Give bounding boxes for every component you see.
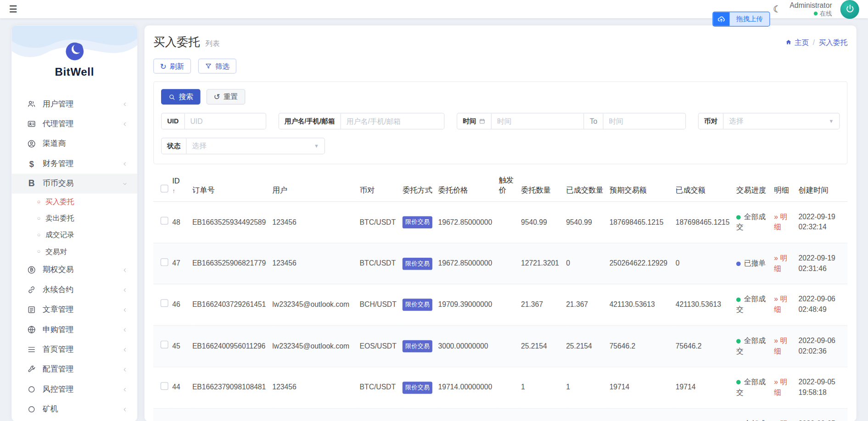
cell-qty: 25.2154 — [521, 326, 566, 367]
sidebar-subitem-trading-pairs[interactable]: ○交易对 — [11, 244, 137, 260]
sidebar-item-finance[interactable]: $财务管理 — [11, 154, 137, 173]
cell-trigger-price — [499, 202, 521, 243]
cell-order-no: EB1662400956011296 — [192, 326, 272, 367]
page-title: 买入委托 — [153, 34, 200, 50]
cell-progress: 全部成交 — [736, 202, 774, 243]
cell-user: 123456 — [272, 408, 359, 421]
detail-link[interactable]: » 明细 — [774, 419, 787, 421]
dark-mode-icon[interactable]: ☾ — [773, 5, 781, 14]
row-checkbox[interactable] — [161, 341, 168, 349]
sidebar-subitem-label: 买入委托 — [45, 197, 74, 207]
sidebar-item-homepage[interactable]: 首页管理 — [11, 339, 137, 359]
cell-id: 46 — [172, 284, 192, 326]
status-select-placeholder: 选择 — [192, 141, 206, 151]
sidebar-item-channels[interactable]: 渠道商 — [11, 134, 137, 154]
sidebar-item-label: 矿机 — [43, 404, 122, 415]
user-status: 在线 — [820, 10, 832, 17]
breadcrumb-current[interactable]: 买入委托 — [819, 37, 848, 47]
row-checkbox[interactable] — [161, 217, 168, 225]
sidebar-item-risk-control[interactable]: 风控管理 — [11, 379, 137, 399]
cell-expected-amount: 75646.2 — [610, 326, 676, 367]
sidebar-item-agents[interactable]: 代理管理 — [11, 114, 137, 133]
sidebar-item-options-trading[interactable]: 期权交易 — [11, 260, 137, 280]
time-start-input[interactable] — [492, 113, 584, 129]
sidebar-subitem-trade-records[interactable]: ○成交记录 — [11, 227, 137, 243]
trade-status-label: 全部成交 — [736, 336, 766, 355]
cell-filled-amount: 421130.53613 — [676, 284, 736, 326]
uid-filter-group: UID — [161, 113, 266, 129]
sidebar-item-articles[interactable]: 文章管理 — [11, 300, 137, 320]
sidebar-item-label: 申购管理 — [43, 325, 122, 335]
sidebar-item-label: 代理管理 — [43, 119, 122, 129]
time-end-input[interactable] — [604, 113, 685, 129]
bitcoin-icon — [27, 265, 37, 275]
table-body: 48EB1663525934492589123456BTC/USDT限价交易19… — [153, 202, 847, 421]
cell-filled-qty: 1 — [566, 367, 610, 408]
avatar[interactable] — [840, 0, 859, 18]
cell-id: 48 — [172, 202, 192, 243]
power-icon — [845, 4, 855, 14]
sidebar-item-label: 风控管理 — [43, 384, 122, 394]
funnel-icon — [205, 62, 212, 70]
brand-name: BitWell — [11, 66, 137, 79]
refresh-button[interactable]: ↻ 刷新 — [153, 59, 191, 74]
cell-order-no: EB1662379098108481 — [192, 367, 272, 408]
cell-pair: BCH/USDT — [360, 284, 403, 326]
table-row: 44EB1662379098108481123456BTC/USDT限价交易19… — [153, 367, 847, 408]
table-head-row: ID↑订单号用户币对委托方式委托价格触发价委托数量已成交数量预期交易额已成交额交… — [153, 173, 847, 201]
cell-trigger-price — [499, 408, 521, 421]
cell-id: 44 — [172, 367, 192, 408]
cell-filled-amount: 19714 — [676, 367, 736, 408]
toolbar: ↻ 刷新 筛选 — [153, 59, 847, 74]
breadcrumb-separator: / — [813, 38, 815, 46]
sidebar-item-config[interactable]: 配置管理 — [11, 360, 137, 379]
table-head: ID↑订单号用户币对委托方式委托价格触发价委托数量已成交数量预期交易额已成交额交… — [153, 173, 847, 201]
row-checkbox[interactable] — [161, 299, 168, 307]
table-row: 43EB1662379078885781123456BTC/USDT限价交易19… — [153, 408, 847, 421]
row-checkbox[interactable] — [161, 258, 168, 266]
detail-link[interactable]: » 明细 — [774, 254, 787, 272]
menu-toggle-icon[interactable]: ☰ — [9, 5, 17, 14]
sidebar-item-label: 币币交易 — [43, 179, 122, 189]
sidebar-item-miners[interactable]: 矿机 — [11, 399, 137, 419]
cell-user: 123456 — [272, 243, 359, 284]
user-filter-input[interactable] — [341, 113, 444, 129]
sidebar-item-users[interactable]: 用户管理 — [11, 94, 137, 114]
cell-progress: 已撤单 — [736, 243, 774, 284]
sidebar-item-perpetual-contracts[interactable]: 永续合约 — [11, 280, 137, 299]
circle-icon: ○ — [37, 249, 40, 255]
detail-link[interactable]: » 明细 — [774, 378, 787, 397]
detail-link[interactable]: » 明细 — [774, 295, 787, 314]
uid-input[interactable] — [185, 113, 265, 129]
circle-icon: ○ — [37, 233, 40, 238]
sort-asc-icon: ↑ — [172, 187, 187, 194]
sidebar-subitem-sell-orders[interactable]: ○卖出委托 — [11, 210, 137, 227]
status-dot-icon — [736, 380, 741, 385]
search-button[interactable]: 搜索 — [161, 89, 201, 105]
reset-button[interactable]: ↺ 重置 — [207, 89, 245, 105]
sidebar-item-spot-trading[interactable]: B币币交易 — [11, 174, 137, 194]
pair-select[interactable]: 选择 ▼ — [723, 113, 839, 129]
status-filter-label: 状态 — [162, 138, 186, 154]
chevron-left-icon — [122, 287, 128, 293]
sidebar-item-label: 财务管理 — [43, 159, 122, 169]
col-header-id[interactable]: ID↑ — [172, 173, 192, 201]
cell-created-at: 2022-09-19 02:31:46 — [799, 243, 848, 284]
cell-trigger-price — [499, 367, 521, 408]
filter-button[interactable]: 筛选 — [198, 59, 236, 74]
chevron-left-icon — [122, 101, 128, 107]
detail-link[interactable]: » 明细 — [774, 336, 787, 355]
cell-expected-amount: 250264622.12929 — [610, 243, 676, 284]
status-select[interactable]: 选择 ▼ — [186, 138, 324, 154]
trade-status-label: 全部成交 — [736, 295, 766, 314]
detail-link[interactable]: » 明细 — [774, 212, 787, 231]
row-checkbox[interactable] — [161, 382, 168, 390]
upload-button[interactable]: 拖拽上传 — [712, 11, 770, 27]
select-all-checkbox[interactable] — [161, 184, 168, 192]
cell-order-type: 限价交易 — [403, 367, 438, 408]
sidebar-item-subscriptions[interactable]: 申购管理 — [11, 320, 137, 339]
col-header-order-no: 订单号 — [192, 173, 272, 201]
users-icon — [27, 99, 37, 109]
breadcrumb-home[interactable]: 主页 — [785, 37, 809, 47]
sidebar-subitem-buy-orders[interactable]: ○买入委托 — [11, 194, 137, 210]
